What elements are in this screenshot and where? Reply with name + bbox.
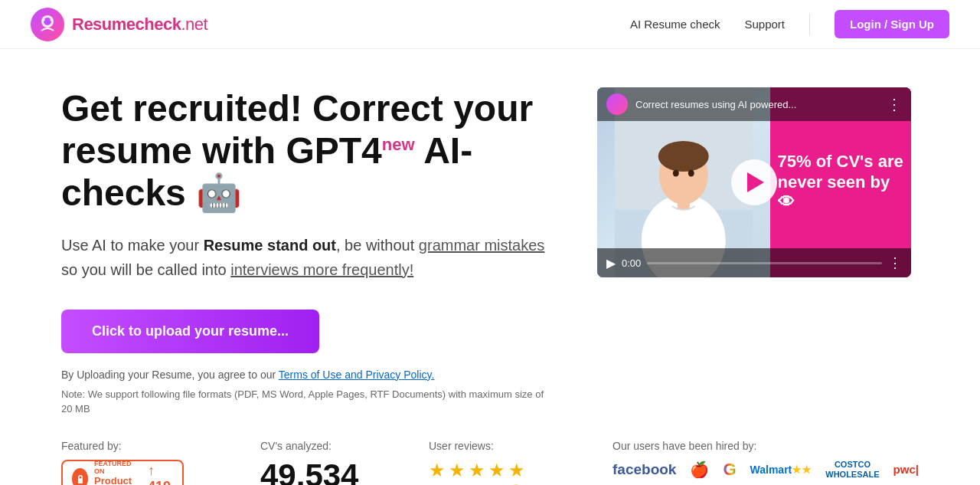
product-hunt-badge[interactable]: FEATURED ON Product Hunt ↑ 419 — [61, 460, 184, 485]
file-formats-note: Note: We support following file formats … — [61, 387, 551, 417]
apple-logo: 🍎 — [690, 460, 709, 479]
header: Resumecheck.net AI Resume check Support … — [0, 0, 980, 49]
cvs-number: 49,534 — [260, 460, 383, 485]
google-logo: G — [723, 460, 736, 480]
svg-point-1 — [44, 18, 51, 25]
pwc-logo: pwc| — [893, 463, 919, 476]
user-reviews-section: User reviews: ★ ★ ★ ★ ★ Yes, really 5 st… — [429, 440, 567, 485]
product-hunt-votes: ↑ 419 — [148, 463, 173, 485]
svg-point-11 — [688, 170, 694, 177]
nav-divider — [809, 14, 810, 35]
interviews-link[interactable]: interviews more frequently! — [230, 261, 413, 278]
featured-by-section: Featured by: FEATURED ON Product Hunt ↑ … — [61, 440, 214, 485]
costco-logo: COSTCOWHOLESALE — [825, 460, 879, 478]
cvs-analyzed-section: CV's analyzed: 49,534 — [260, 440, 383, 485]
play-triangle-icon — [747, 172, 764, 192]
logo-main: Resumecheck — [72, 15, 181, 34]
product-hunt-top-label: FEATURED ON — [94, 460, 142, 475]
main-nav: AI Resume check Support Login / Sign Up — [630, 10, 949, 38]
video-settings-icon[interactable]: ⋮ — [888, 254, 902, 271]
video-overlay-message: 75% of CV's are never seen by 👁 — [778, 152, 904, 212]
grammar-link[interactable]: grammar mistakes — [419, 237, 544, 254]
star-1: ★ — [429, 460, 446, 481]
svg-point-2 — [43, 18, 45, 21]
walmart-logo: Walmart★ — [750, 464, 812, 476]
product-hunt-text: FEATURED ON Product Hunt — [94, 460, 142, 485]
video-more-icon[interactable]: ⋮ — [887, 95, 902, 113]
star-2: ★ — [449, 460, 466, 481]
svg-point-9 — [658, 141, 709, 172]
hero-subtitle-bold: Resume stand out — [204, 237, 336, 254]
cvs-analyzed-label: CV's analyzed: — [260, 440, 383, 452]
privacy-policy-link[interactable]: Terms of Use and Privacy Policy. — [279, 369, 435, 381]
bottom-section: Featured by: FEATURED ON Product Hunt ↑ … — [0, 440, 980, 485]
star-4: ★ — [488, 460, 505, 481]
video-bottom-bar: ▶ 0:00 ⋮ — [597, 248, 911, 277]
login-button[interactable]: Login / Sign Up — [835, 10, 949, 38]
video-play-small-icon[interactable]: ▶ — [606, 256, 616, 270]
hero-left-column: Get recruited! Correct your resume with … — [61, 87, 551, 417]
product-hunt-bottom-label: Product Hunt — [94, 475, 142, 485]
video-progress-bar[interactable] — [647, 262, 882, 264]
featured-by-label: Featured by: — [61, 440, 214, 452]
svg-point-3 — [51, 18, 53, 21]
brand-logos-list: facebook 🍎 G Walmart★ COSTCOWHOLESALE pw… — [612, 460, 919, 485]
video-logo-circle — [606, 93, 628, 115]
nav-ai-resume[interactable]: AI Resume check — [630, 18, 720, 31]
video-top-bar: Correct resumes using AI powered... ⋮ — [597, 87, 911, 121]
svg-point-14 — [79, 476, 81, 478]
hired-by-label: Our users have been hired by: — [612, 440, 919, 452]
logo-text: Resumecheck.net — [72, 15, 207, 34]
hero-subtitle: Use AI to make your Resume stand out, be… — [61, 233, 551, 282]
video-section: Correct resumes using AI powered... ⋮ — [597, 87, 919, 277]
hero-title: Get recruited! Correct your resume with … — [61, 87, 551, 215]
nav-support[interactable]: Support — [744, 18, 785, 31]
facebook-logo: facebook — [612, 461, 676, 478]
main-content: Get recruited! Correct your resume with … — [0, 49, 980, 440]
star-rating: ★ ★ ★ ★ ★ — [429, 460, 567, 481]
svg-point-10 — [673, 170, 679, 177]
star-5: ★ — [508, 460, 525, 481]
hired-by-section: Our users have been hired by: facebook 🍎… — [612, 440, 919, 485]
video-container[interactable]: Correct resumes using AI powered... ⋮ — [597, 87, 911, 277]
video-timestamp: 0:00 — [622, 257, 641, 269]
new-badge: new — [382, 135, 415, 154]
logo-domain: .net — [181, 15, 207, 34]
upload-resume-button[interactable]: Click to upload your resume... — [61, 310, 319, 353]
video-title-text: Correct resumes using AI powered... — [635, 99, 796, 110]
star-3: ★ — [469, 460, 485, 481]
video-play-button[interactable] — [731, 159, 777, 205]
logo-area: Resumecheck.net — [31, 8, 207, 41]
user-reviews-label: User reviews: — [429, 440, 567, 452]
privacy-note: By Uploading your Resume, you agree to o… — [61, 369, 551, 381]
logo-icon — [31, 8, 64, 41]
product-hunt-icon — [72, 468, 88, 485]
